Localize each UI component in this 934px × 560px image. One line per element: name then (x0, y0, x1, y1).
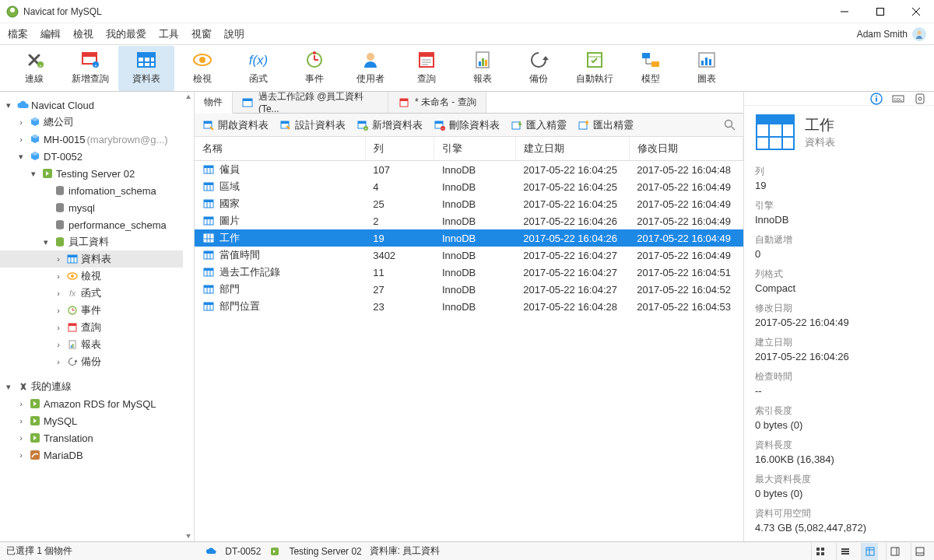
view-panel-icon[interactable] (886, 543, 903, 560)
tool-backup[interactable]: 備份 (511, 46, 567, 91)
tree-db-0[interactable]: infomation_schema (0, 182, 183, 199)
svg-rect-14 (138, 53, 155, 58)
svg-rect-43 (705, 58, 708, 65)
tool-connect[interactable]: +連線 (6, 46, 62, 91)
tree-conn-2[interactable]: ›Translation (0, 429, 183, 446)
tool-event[interactable]: 事件 (286, 46, 342, 91)
svg-rect-78 (358, 121, 366, 124)
table-row[interactable]: 國家25InnoDB2017-05-22 16:04:252017-05-22 … (195, 195, 743, 212)
tree-cloud[interactable]: ▾Navicat Cloud (0, 96, 183, 114)
main-toolbar: +連線+新增查詢資料表檢視f(x)函式事件使用者查詢報表備份自動執行模型圖表 (0, 45, 934, 92)
tool-table[interactable]: 資料表 (118, 46, 174, 91)
svg-rect-68 (30, 450, 40, 460)
tree-conn-1[interactable]: ›MySQL (0, 412, 183, 429)
ddl-icon[interactable]: DDL (892, 93, 904, 105)
prop-value: 16.00KB (16,384) (755, 453, 923, 465)
table-grid[interactable]: 名稱列引擎建立日期修改日期僱員107InnoDB2017-05-22 16:04… (195, 137, 743, 541)
tool-user[interactable]: 使用者 (342, 46, 399, 91)
tab-query[interactable]: * 未命名 - 查詢 (388, 92, 486, 113)
prop-label: 列格式 (755, 268, 923, 281)
view-detail-icon[interactable] (861, 543, 878, 560)
objbtn-1[interactable]: 設計資料表 (279, 118, 346, 132)
tree-dt[interactable]: ▾DT-0052 (0, 148, 183, 165)
table-row[interactable]: 圖片2InnoDB2017-05-22 16:04:262017-05-22 1… (195, 212, 743, 229)
sidebar-scrollbar[interactable] (183, 92, 194, 541)
tree-company[interactable]: ›總公司 (0, 114, 183, 131)
tree-server[interactable]: ▾Testing Server 02 (0, 165, 183, 182)
table-row[interactable]: 部門27InnoDB2017-05-22 16:04:272017-05-22 … (195, 281, 743, 298)
objbtn-icon (511, 119, 523, 131)
col-header[interactable]: 列 (365, 137, 434, 161)
menu-編輯[interactable]: 編輯 (40, 27, 61, 41)
details-panel: DDL 工作 資料表 列19引擎InnoDB自動遞增0列格式Compact修改日… (743, 92, 934, 541)
svg-rect-37 (642, 53, 650, 58)
menu-工具[interactable]: 工具 (159, 27, 179, 41)
minimize-button[interactable] (827, 0, 862, 23)
object-toolbar: 開啟資料表設計資料表+新增資料表–刪除資料表匯入精靈匯出精靈 (195, 114, 743, 137)
menu-檢視[interactable]: 檢視 (73, 27, 93, 41)
col-header[interactable]: 引擎 (434, 137, 515, 161)
tree-conn-3[interactable]: ›MariaDB (0, 446, 183, 464)
objbtn-0[interactable]: 開啟資料表 (202, 118, 269, 132)
tool-chart[interactable]: 圖表 (679, 46, 735, 91)
svg-point-55 (71, 275, 74, 278)
col-header[interactable]: 名稱 (195, 137, 365, 161)
objbtn-2[interactable]: +新增資料表 (356, 118, 423, 132)
tool-autorun[interactable]: 自動執行 (567, 46, 623, 91)
table-row[interactable]: 過去工作記錄11InnoDB2017-05-22 16:04:272017-05… (195, 264, 743, 281)
tree-conn-0[interactable]: ›Amazon RDS for MySQL (0, 395, 183, 412)
table-row[interactable]: 部門位置23InnoDB2017-05-22 16:04:282017-05-2… (195, 298, 743, 315)
menu-我的最愛[interactable]: 我的最愛 (106, 27, 146, 41)
tree-folder-6[interactable]: ›備份 (0, 353, 183, 370)
tree-mh[interactable]: ›MH-0015 (marybrown@g...) (0, 131, 183, 148)
tool-function[interactable]: f(x)函式 (230, 46, 286, 91)
user-label[interactable]: Adam Smith (857, 27, 926, 41)
tool-view[interactable]: 檢視 (174, 46, 230, 91)
svg-rect-142 (821, 552, 824, 555)
table-row[interactable]: 當值時間3402InnoDB2017-05-22 16:04:272017-05… (195, 247, 743, 264)
view-bottom-icon[interactable] (911, 543, 928, 560)
close-button[interactable] (898, 0, 934, 23)
info-icon[interactable] (870, 93, 883, 105)
tree-db-2[interactable]: performance_schema (0, 216, 183, 233)
menu-檔案[interactable]: 檔案 (8, 27, 28, 41)
tree-db-3[interactable]: ▾員工資料 (0, 233, 183, 250)
table-icon (135, 51, 157, 69)
tool-model[interactable]: 模型 (623, 46, 679, 91)
table-row[interactable]: 區域4InnoDB2017-05-22 16:04:252017-05-22 1… (195, 178, 743, 195)
tree-folder-0[interactable]: ›資料表 (0, 250, 183, 268)
tree-myconn[interactable]: ▾我的連線 (0, 378, 183, 395)
objbtn-4[interactable]: 匯入精靈 (511, 118, 567, 132)
view-list-icon[interactable] (836, 543, 853, 560)
tree-folder-2[interactable]: ›fx函式 (0, 285, 183, 302)
objbtn-5[interactable]: 匯出精靈 (578, 118, 634, 132)
col-header[interactable]: 建立日期 (515, 137, 629, 161)
search-icon[interactable] (723, 119, 736, 131)
tab-history[interactable]: 過去工作記錄 @員工資料 (Te... (233, 92, 388, 113)
table-row[interactable]: 工作19InnoDB2017-05-22 16:04:262017-05-22 … (195, 229, 743, 247)
svg-text:+: + (39, 63, 42, 68)
objbtn-3[interactable]: –刪除資料表 (434, 118, 500, 132)
tree-folder-5[interactable]: ›報表 (0, 336, 183, 353)
svg-point-1 (10, 8, 15, 12)
tree-folder-3[interactable]: ›事件 (0, 302, 183, 319)
settings-icon[interactable] (914, 93, 926, 105)
prop-value: 0 bytes (0) (755, 488, 923, 499)
tree-db-1[interactable]: mysql (0, 199, 183, 216)
tree-folder-4[interactable]: ›查詢 (0, 319, 183, 336)
svg-rect-149 (891, 548, 899, 555)
tree-folder-1[interactable]: ›檢視 (0, 268, 183, 285)
tab-objects[interactable]: 物件 (195, 92, 233, 114)
menu-視窗[interactable]: 視窗 (191, 27, 212, 41)
tool-newquery[interactable]: +新增查詢 (62, 46, 118, 91)
col-header[interactable]: 修改日期 (629, 137, 743, 161)
svg-rect-27 (420, 53, 434, 57)
autorun-icon (584, 51, 606, 69)
tool-query[interactable]: 查詢 (399, 46, 455, 91)
tool-report[interactable]: 報表 (455, 46, 511, 91)
table-row[interactable]: 僱員107InnoDB2017-05-22 16:04:252017-05-22… (195, 161, 743, 179)
view-grid-icon[interactable] (811, 543, 828, 560)
conn-icon (28, 432, 42, 443)
maximize-button[interactable] (862, 0, 898, 23)
menu-說明[interactable]: 說明 (224, 27, 244, 41)
